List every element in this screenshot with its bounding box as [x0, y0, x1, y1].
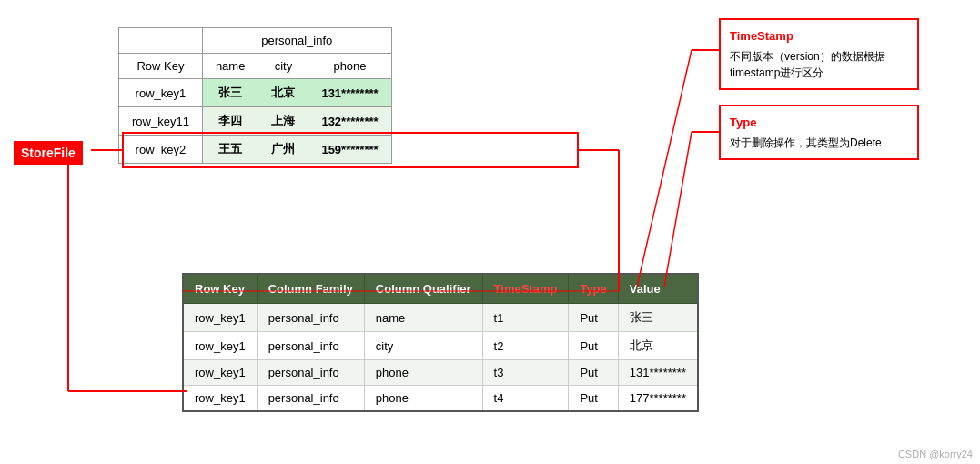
top-row-key-cell: row_key2 [119, 136, 203, 164]
top-table-header-row: personal_info [119, 28, 392, 54]
bottom-row-cell-1: personal_info [257, 386, 364, 412]
bottom-table-wrapper: Row Key Column Family Column Qualifier T… [182, 273, 699, 412]
type-annotation: Type 对于删除操作，其类型为Delete [719, 105, 919, 160]
bottom-row-cell-3: t3 [482, 360, 569, 386]
bottom-row-cell-5: 张三 [618, 304, 698, 332]
watermark: CSDN @korry24 [898, 449, 973, 459]
type-annotation-title: Type [730, 114, 908, 132]
bottom-row-cell-2: phone [364, 386, 482, 412]
bottom-col-qualifier: Column Qualifier [364, 274, 482, 304]
top-row-city-cell: 北京 [258, 79, 308, 107]
top-table-wrapper: personal_info Row Key name city phone ro… [118, 27, 392, 164]
col-header-city: city [258, 54, 308, 79]
bottom-row-cell-2: phone [364, 360, 482, 386]
bottom-col-rowkey: Row Key [183, 274, 257, 304]
top-row-city-cell: 广州 [258, 136, 308, 164]
bottom-row-cell-3: t2 [482, 332, 569, 360]
bottom-row-cell-3: t1 [482, 304, 569, 332]
bottom-table-row: row_key1personal_infophonet3Put131******… [183, 360, 698, 386]
bottom-row-cell-4: Put [569, 386, 618, 412]
top-row-name-cell: 王五 [202, 136, 258, 164]
bottom-table-row: row_key1personal_infocityt2Put北京 [183, 332, 698, 360]
col-header-name: name [202, 54, 258, 79]
bottom-row-cell-5: 177******** [618, 386, 698, 412]
top-row-phone-cell: 159******** [308, 136, 391, 164]
bottom-row-cell-2: name [364, 304, 482, 332]
bottom-row-cell-2: city [364, 332, 482, 360]
top-table-row: row_key1张三北京131******** [119, 79, 392, 107]
bottom-row-cell-4: Put [569, 304, 618, 332]
top-row-phone-cell: 132******** [308, 107, 391, 136]
bottom-row-cell-0: row_key1 [183, 360, 257, 386]
timestamp-annotation: TimeStamp 不同版本（version）的数据根据timestamp进行区… [719, 18, 919, 90]
bottom-table-header-row: Row Key Column Family Column Qualifier T… [183, 274, 698, 304]
top-table-row: row_key2王五广州159******** [119, 136, 392, 164]
timestamp-annotation-text: 不同版本（version）的数据根据timestamp进行区分 [730, 48, 908, 81]
bottom-col-value: Value [618, 274, 698, 304]
top-row-phone-cell: 131******** [308, 79, 391, 107]
bottom-row-cell-0: row_key1 [183, 332, 257, 360]
top-table: personal_info Row Key name city phone ro… [118, 27, 392, 164]
top-row-key-cell: row_key11 [119, 107, 203, 136]
bottom-col-type: Type [569, 274, 618, 304]
svg-line-8 [637, 50, 692, 287]
svg-line-10 [664, 132, 692, 287]
bottom-row-cell-4: Put [569, 360, 618, 386]
bottom-row-cell-3: t4 [482, 386, 569, 412]
storefile-label: StoreFile [14, 141, 83, 165]
main-container: StoreFile personal_info Row Key name cit… [0, 0, 980, 464]
bottom-table-row: row_key1personal_infophonet4Put177******… [183, 386, 698, 412]
top-table-row: row_key11李四上海132******** [119, 107, 392, 136]
type-annotation-text: 对于删除操作，其类型为Delete [730, 135, 908, 151]
top-row-key-cell: row_key1 [119, 79, 203, 107]
bottom-row-cell-1: personal_info [257, 332, 364, 360]
bottom-table: Row Key Column Family Column Qualifier T… [182, 273, 699, 412]
bottom-row-cell-0: row_key1 [183, 304, 257, 332]
col-header-rowkey: Row Key [119, 54, 203, 79]
bottom-col-timestamp: TimeStamp [482, 274, 569, 304]
bottom-table-row: row_key1personal_infonamet1Put张三 [183, 304, 698, 332]
top-row-name-cell: 李四 [202, 107, 258, 136]
timestamp-annotation-title: TimeStamp [730, 27, 908, 45]
bottom-table-body: row_key1personal_infonamet1Put张三row_key1… [183, 304, 698, 412]
top-table-col-header-row: Row Key name city phone [119, 54, 392, 79]
top-table-merged-header: personal_info [202, 28, 391, 54]
top-table-body: row_key1张三北京131********row_key11李四上海132*… [119, 79, 392, 164]
bottom-row-cell-0: row_key1 [183, 386, 257, 412]
bottom-row-cell-5: 北京 [618, 332, 698, 360]
bottom-row-cell-5: 131******** [618, 360, 698, 386]
bottom-col-family: Column Family [257, 274, 364, 304]
bottom-row-cell-4: Put [569, 332, 618, 360]
col-header-phone: phone [308, 54, 391, 79]
top-row-city-cell: 上海 [258, 107, 308, 136]
top-row-name-cell: 张三 [202, 79, 258, 107]
top-table-empty-header [119, 28, 203, 54]
bottom-row-cell-1: personal_info [257, 360, 364, 386]
bottom-row-cell-1: personal_info [257, 304, 364, 332]
